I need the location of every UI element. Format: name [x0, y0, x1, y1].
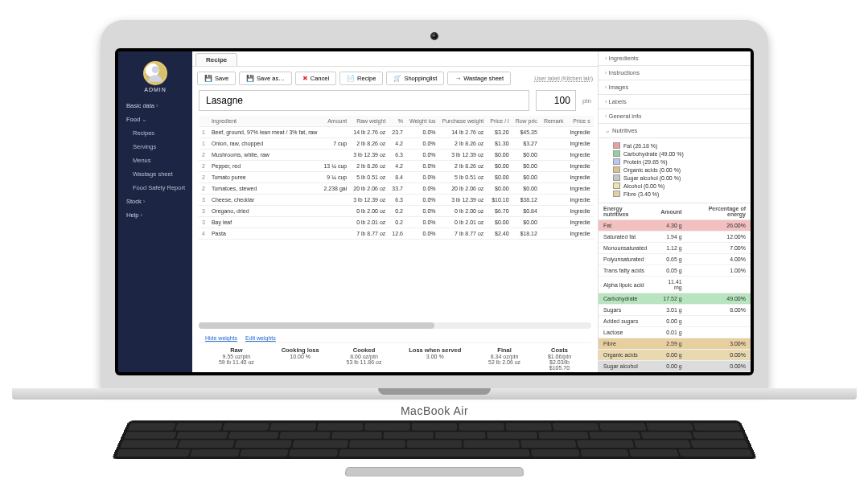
grid-header-0[interactable] [199, 116, 208, 127]
cell: 3.00% [687, 338, 751, 350]
cell: Monounsaturated [599, 243, 654, 254]
saveas-button[interactable]: 💾 Save as… [239, 72, 292, 85]
nav-item-8[interactable]: Help [118, 208, 192, 222]
summary-costs-l3: $105.70 [548, 365, 571, 371]
ingredients-grid[interactable]: IngredientAmountRaw weight%Weight losPur… [199, 116, 594, 240]
cell: 6.3 [389, 150, 406, 161]
cell: Alpha lipoic acid [599, 277, 654, 293]
summary-cooked-title: Cooked [346, 346, 381, 354]
accordion-general-info[interactable]: General info [599, 109, 751, 124]
shopping-label: Shoppinglist [404, 75, 437, 82]
wastage-button[interactable]: → Wastage sheet [447, 72, 511, 85]
nutritives-table: Energy nutritives Amount Percentage of e… [599, 203, 751, 372]
grid-header-8[interactable]: Row pric [512, 116, 541, 127]
cell: 0.00% [687, 350, 751, 361]
grid-header-4[interactable]: % [389, 116, 406, 127]
cell [541, 138, 567, 150]
table-row[interactable]: 2Tomato puree9 ¼ cup5 lb 0.51 oz8.40.0%5… [199, 172, 594, 183]
saveas-icon: 💾 [246, 75, 254, 82]
table-row[interactable]: 4Pasta7 lb 8.77 oz12.60.0%7 lb 8.77 oz$2… [199, 228, 594, 240]
recipe-name-input[interactable] [199, 90, 529, 111]
legend-swatch [613, 166, 620, 173]
grid-header-6[interactable]: Purchase weight [439, 116, 487, 127]
cell: 2 lb 8.26 oz [350, 138, 389, 150]
table-row[interactable]: 1Beef, ground, 97% lean meat / 3% fat, r… [199, 127, 594, 138]
cell: Pepper, red [208, 161, 321, 172]
toolbar: 💾 Save 💾 Save as… ✖ Cancel 📄 Recipe [192, 67, 598, 90]
grid-header-5[interactable]: Weight los [406, 116, 439, 127]
accordion-images[interactable]: Images [599, 80, 751, 95]
grid-header-1[interactable]: Ingredient [208, 116, 321, 127]
cell: 0.0% [406, 127, 439, 138]
avatar-icon[interactable] [143, 61, 167, 85]
nav-item-6[interactable]: Food Safety Report [118, 181, 192, 195]
nav-item-4[interactable]: Menus [118, 154, 192, 167]
cell: $3.27 [512, 138, 541, 150]
save-button[interactable]: 💾 Save [197, 72, 236, 85]
cell: 26.00% [687, 220, 751, 232]
recipe-icon: 📄 [347, 75, 355, 82]
nutritive-row: Fibre2.59 g3.00% [599, 338, 751, 350]
nav-item-7[interactable]: Stock [118, 195, 192, 208]
nav-item-1[interactable]: Food [118, 113, 192, 126]
legend-label: Protein (29.65 %) [623, 159, 667, 165]
hide-weights-link[interactable]: Hide weights [205, 335, 237, 341]
grid-header-7[interactable]: Price / l [487, 116, 512, 127]
legend-swatch [613, 191, 620, 197]
nut-h-name: Energy nutritives [599, 203, 654, 220]
shoppinglist-button[interactable]: 🛒 Shoppinglist [386, 72, 444, 85]
cell: Lactose [599, 327, 654, 338]
legend-swatch [613, 174, 620, 181]
summary-cookloss: Cooking loss 10.00 % [282, 346, 319, 371]
cell: 10.60 g [654, 372, 687, 373]
cell: 14 lb 2.76 oz [350, 127, 389, 138]
cell: 0.0% [406, 150, 439, 161]
accordion-instructions[interactable]: Instructions [599, 66, 751, 80]
legend-label: Fibre (3.40 %) [623, 191, 659, 197]
table-row[interactable]: 3Bay leaf0 lb 2.01 oz0.20.0%0 lb 2.01 oz… [199, 217, 594, 228]
cell: 0.00 g [654, 361, 687, 372]
cell: $0.00 [487, 172, 512, 183]
recipe-btn-label: Recipe [357, 75, 376, 82]
nav-item-3[interactable]: Servings [118, 140, 192, 154]
cell: 1 [199, 138, 208, 150]
cancel-label: Cancel [311, 75, 329, 82]
grid-header-2[interactable]: Amount [320, 116, 350, 127]
legend-label: Fat (26.18 %) [623, 143, 657, 149]
table-row[interactable]: 2Pepper, red13 ¼ cup2 lb 8.26 oz4.20.0%2… [199, 161, 594, 172]
cell: 2 [199, 172, 208, 183]
cell: 0.2 [389, 217, 406, 228]
accordion-labels[interactable]: Labels [599, 95, 751, 109]
weight-links: Hide weights Edit weights [199, 334, 591, 342]
accordion-ingredients[interactable]: Ingredients [599, 51, 751, 66]
table-row[interactable]: 2Mushrooms, white, raw3 lb 12.39 oz6.30.… [199, 150, 594, 161]
summary-cooked-l1: 8.60 oz/ptn [346, 354, 381, 359]
table-row[interactable]: 2Tomatoes, stewed2.238 gal20 lb 2.06 oz3… [199, 183, 594, 195]
svg-point-0 [152, 66, 159, 73]
accordion-nutritives[interactable]: Nutritives [599, 124, 751, 138]
table-row[interactable]: 3Oregano, dried0 lb 2.00 oz0.20.0%0 lb 2… [199, 206, 594, 217]
edit-weights-link[interactable]: Edit weights [245, 335, 276, 341]
nav-item-5[interactable]: Wastage sheet [118, 167, 192, 181]
grid-header-10[interactable]: Price s [566, 116, 593, 127]
cell: 0.01 g [654, 327, 687, 338]
portions-input[interactable] [536, 90, 576, 111]
grid-header-9[interactable]: Remark [541, 116, 567, 127]
nav-item-2[interactable]: Recipes [118, 126, 192, 140]
table-row[interactable]: 3Cheese, cheddar3 lb 12.39 oz6.30.0%3 lb… [199, 195, 594, 206]
tab-recipe[interactable]: Recipe [195, 53, 237, 66]
cancel-button[interactable]: ✖ Cancel [295, 72, 336, 85]
recipe-button[interactable]: 📄 Recipe [339, 72, 383, 85]
nutritive-row: Polyunsaturated0.65 g4.00% [599, 254, 751, 265]
user-label-link[interactable]: User label (Kitchen lab) [534, 76, 593, 81]
cell: 2 lb 8.26 oz [350, 161, 389, 172]
nav-item-0[interactable]: Basic data [118, 99, 192, 113]
cell: 12.00% [687, 232, 751, 243]
table-row[interactable]: 1Onion, raw, chopped7 cup2 lb 8.26 oz4.2… [199, 138, 594, 150]
grid-header-3[interactable]: Raw weight [350, 116, 389, 127]
sidebar: ADMIN Basic dataFoodRecipesServingsMenus… [118, 51, 192, 372]
cell: Ingredie [566, 172, 593, 183]
horizontal-scrollbar[interactable] [199, 322, 591, 329]
legend-item: Carbohydrate (49.00 %) [613, 150, 744, 158]
cell [541, 183, 567, 195]
